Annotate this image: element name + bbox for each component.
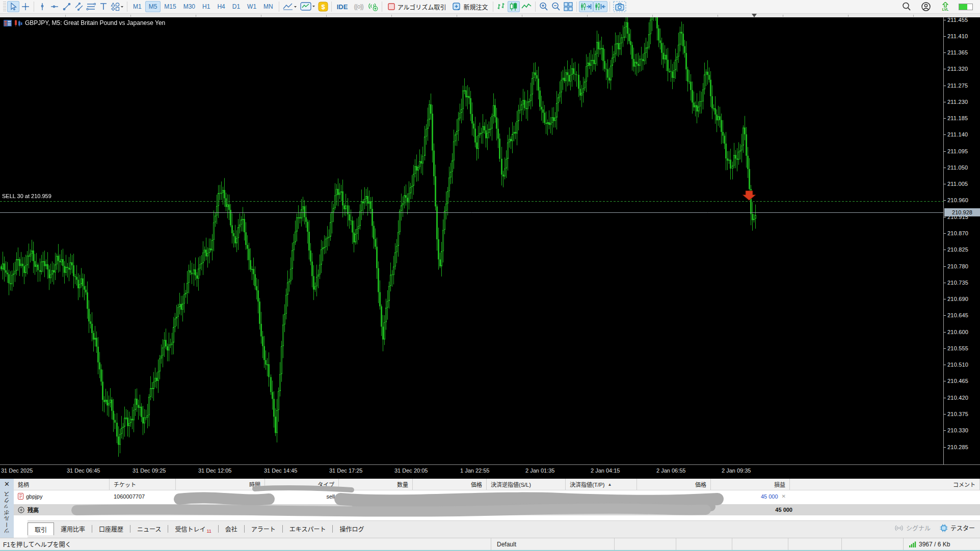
channel-tool-button[interactable]	[73, 1, 85, 12]
ruler-tick	[130, 15, 131, 17]
level-upload-button[interactable]: LVL	[939, 1, 951, 12]
toolbox-panel-title: ツールボックス	[3, 491, 11, 534]
ide-button[interactable]: IDE	[334, 1, 351, 12]
timeframe-m30-button[interactable]: M30	[180, 1, 199, 12]
price-axis-label: 210.600	[944, 329, 980, 335]
cursor-tool-button[interactable]	[7, 1, 19, 12]
tile-windows-button[interactable]	[562, 1, 574, 12]
algo-trading-button[interactable]: アルゴリズム取引	[384, 1, 449, 12]
vertical-line-tool-button[interactable]	[36, 1, 48, 12]
column-header-2[interactable]: 時間	[176, 479, 265, 490]
tab-ニュース[interactable]: ニュース	[130, 522, 168, 535]
timeframe-d1-button[interactable]: D1	[229, 1, 244, 12]
tab-取引[interactable]: 取引	[28, 522, 54, 535]
objects-button[interactable]	[299, 1, 317, 12]
account-button[interactable]	[920, 1, 932, 12]
column-header-5[interactable]: 価格	[413, 479, 487, 490]
timeframe-m5-button[interactable]: M5	[145, 1, 161, 12]
price-chart-canvas[interactable]	[0, 17, 943, 464]
auto-scroll-button[interactable]	[579, 1, 593, 12]
candlestick-chart-type-button[interactable]	[508, 1, 520, 12]
expand-plus-icon[interactable]	[18, 507, 24, 513]
new-order-button[interactable]: 新規注文	[449, 1, 491, 12]
status-traffic: 3967 / 6 Kb	[903, 538, 980, 550]
timeframe-h1-button[interactable]: H1	[199, 1, 214, 12]
column-header-9[interactable]: 損益	[711, 479, 790, 490]
ruler-tick	[391, 15, 392, 17]
price-axis-label: 210.825	[944, 246, 980, 253]
ruler-position-marker[interactable]	[752, 14, 757, 17]
tester-link[interactable]: テスター	[940, 524, 975, 532]
ruler-tick	[326, 15, 327, 17]
tab-会社[interactable]: 会社	[219, 522, 244, 535]
ruler-tick	[913, 15, 914, 17]
horizontal-line-tool-button[interactable]	[48, 1, 61, 12]
position-close-icon[interactable]: ✕	[782, 493, 786, 499]
tab-操作ログ[interactable]: 操作ログ	[333, 522, 370, 535]
tab-口座履歴[interactable]: 口座履歴	[92, 522, 130, 535]
column-header-0[interactable]: 銘柄	[14, 479, 110, 490]
search-button[interactable]	[900, 1, 913, 12]
position-volume	[339, 490, 413, 502]
toolbar-separator	[34, 2, 34, 12]
price-axis[interactable]: 210.928 211.455211.410211.365211.320211.…	[943, 17, 980, 464]
price-axis-label: 210.870	[944, 230, 980, 236]
column-header-6[interactable]: 決済逆指値(S/L)	[487, 479, 566, 490]
text-icon	[99, 2, 108, 11]
price-axis-label: 210.420	[944, 395, 980, 401]
tab-エキスパート[interactable]: エキスパート	[283, 522, 333, 535]
zoom-in-icon	[539, 2, 549, 12]
time-axis[interactable]: 31 Dec 202531 Dec 06:4531 Dec 09:2531 De…	[0, 464, 980, 479]
chart-shift-button[interactable]	[593, 1, 607, 12]
price-axis-label: 211.050	[944, 164, 980, 171]
chart-ruler[interactable]	[0, 14, 980, 17]
column-header-10[interactable]: コメント	[790, 479, 980, 490]
position-row[interactable]: gbpjpy 1060007707 54 sell 45 000 ✕	[14, 490, 980, 502]
signals-link[interactable]: シグナル	[894, 524, 931, 532]
toolbox-close-button[interactable]: ✕	[4, 480, 10, 488]
channel-icon	[74, 2, 84, 11]
cursor-icon	[9, 2, 18, 11]
toolbar-grip[interactable]	[3, 2, 6, 12]
column-header-4[interactable]: 数量	[339, 479, 413, 490]
balance-row[interactable]: 残高 45 000	[14, 504, 980, 515]
vertical-line-icon	[38, 2, 47, 11]
broadcast-button[interactable]	[366, 1, 380, 12]
shapes-icon	[111, 2, 124, 11]
price-axis-label: 210.780	[944, 263, 980, 269]
text-tool-button[interactable]	[97, 1, 110, 12]
chart-title-text: GBPJPY, M5: Great Britain Pound vs Japan…	[25, 19, 165, 26]
price-axis-label: 211.140	[944, 131, 980, 137]
screenshot-button[interactable]	[612, 1, 627, 12]
tab-受信トレイ[interactable]: 受信トレイ11	[168, 522, 218, 535]
bar-chart-type-button[interactable]	[495, 1, 508, 12]
zoom-in-button[interactable]	[538, 1, 550, 12]
indicators-button[interactable]	[281, 1, 299, 12]
timeframe-m15-button[interactable]: M15	[161, 1, 179, 12]
auto-scroll-icon	[580, 2, 592, 11]
timeframe-w1-button[interactable]: W1	[244, 1, 260, 12]
status-profile[interactable]: Default	[491, 538, 614, 550]
equidistant-lines-tool-button[interactable]	[85, 1, 97, 12]
trendline-tool-button[interactable]	[61, 1, 73, 12]
status-bar: F1を押してヘルプを開く Default 3967 / 6 Kb	[0, 538, 980, 551]
column-header-1[interactable]: チケット	[110, 479, 176, 490]
timeframe-m1-button[interactable]: M1	[129, 1, 145, 12]
zoom-out-button[interactable]	[550, 1, 562, 12]
camera-icon	[613, 1, 626, 12]
column-header-8[interactable]: 価格	[637, 479, 711, 490]
market-dollar-button[interactable]: $	[317, 1, 329, 12]
shapes-tool-button[interactable]	[110, 1, 125, 12]
timeframe-mn-button[interactable]: MN	[260, 1, 277, 12]
signals-label: シグナル	[906, 524, 931, 532]
ruler-tick	[848, 15, 849, 17]
chart-title-bar: GBPJPY, M5: Great Britain Pound vs Japan…	[4, 19, 165, 26]
tab-運用比率[interactable]: 運用比率	[54, 522, 92, 535]
crosshair-tool-button[interactable]	[19, 1, 32, 12]
tab-アラート[interactable]: アラート	[245, 522, 282, 535]
column-header-3[interactable]: タイプ	[265, 479, 339, 490]
timeframe-h4-button[interactable]: H4	[214, 1, 228, 12]
line-chart-type-button[interactable]	[520, 1, 533, 12]
radio-button[interactable]: ((o))	[351, 1, 366, 12]
column-header-7[interactable]: 決済指値(T/P)▲	[566, 479, 637, 490]
